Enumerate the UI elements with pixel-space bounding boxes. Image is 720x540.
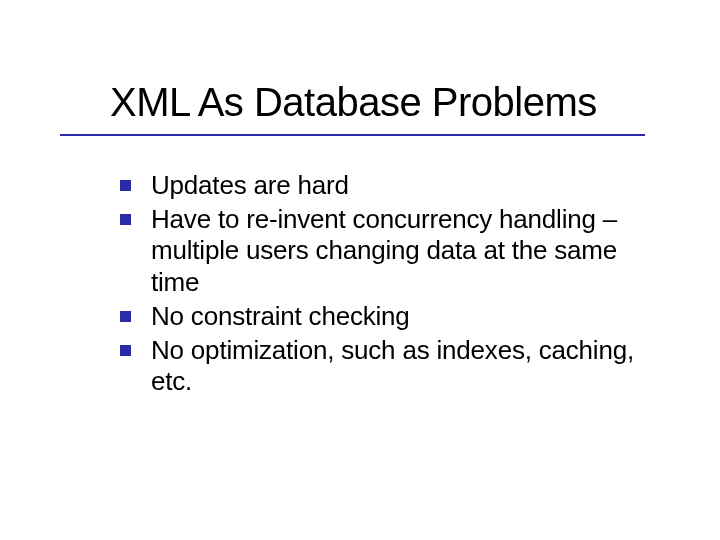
title-underline: [60, 134, 645, 136]
list-item-text: Updates are hard: [151, 170, 349, 202]
square-bullet-icon: [120, 311, 131, 322]
list-item: Updates are hard: [120, 170, 670, 202]
square-bullet-icon: [120, 214, 131, 225]
list-item: No constraint checking: [120, 301, 670, 333]
slide-title: XML As Database Problems: [110, 80, 680, 125]
list-item: No optimization, such as indexes, cachin…: [120, 335, 670, 398]
square-bullet-icon: [120, 345, 131, 356]
list-item-text: Have to re-invent concurrency handling –…: [151, 204, 670, 299]
list-item: Have to re-invent concurrency handling –…: [120, 204, 670, 299]
list-item-text: No optimization, such as indexes, cachin…: [151, 335, 670, 398]
square-bullet-icon: [120, 180, 131, 191]
list-item-text: No constraint checking: [151, 301, 410, 333]
slide: XML As Database Problems Updates are har…: [0, 0, 720, 540]
bullet-list: Updates are hard Have to re-invent concu…: [120, 170, 670, 400]
